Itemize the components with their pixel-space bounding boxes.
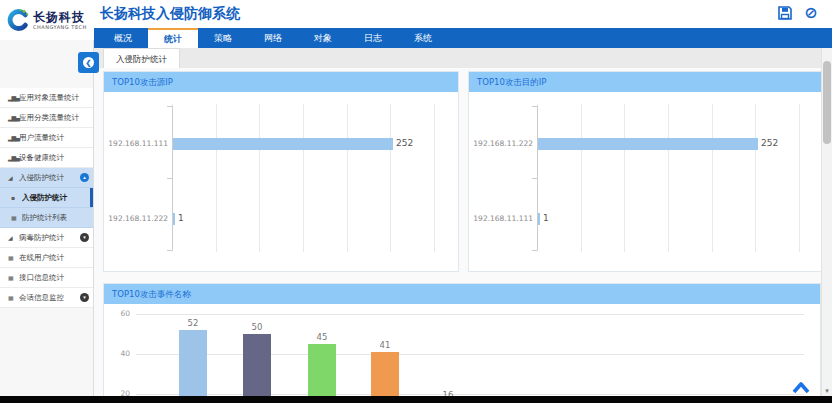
nav-tab-5[interactable]: 日志 — [348, 28, 398, 48]
chevron-up-icon — [792, 381, 810, 395]
nav-tab-1[interactable]: 统计 — [148, 28, 198, 48]
area-chart-icon: ◢ — [8, 234, 19, 241]
sidebar-item-label: 在线用户统计 — [19, 253, 89, 263]
bar — [173, 213, 175, 225]
card-title: TOP10攻击事件名称 — [104, 284, 820, 304]
sidebar-item-5[interactable]: ▪入侵防护统计 — [0, 188, 93, 208]
nav-tab-4[interactable]: 对象 — [298, 28, 348, 48]
gridline — [755, 104, 756, 252]
nav-tab-3[interactable]: 网络 — [248, 28, 298, 48]
bar-chart-icon: ▂▆▄ — [8, 114, 19, 121]
bar — [173, 138, 393, 150]
table-icon: ▦ — [8, 294, 19, 301]
gridline — [259, 104, 260, 252]
bar-chart-icon: ▂▆▄ — [8, 134, 19, 141]
main-content: TOP10攻击源IP 192.168.11.111252192.168.11.2… — [94, 68, 824, 396]
logo-text: 长扬科技 — [33, 11, 87, 23]
square-icon: ▪ — [11, 194, 22, 201]
y-axis — [172, 106, 173, 250]
hbar-chart-dest-ip: 192.168.11.222252192.168.11.1111 — [469, 92, 823, 271]
bottom-black-strip — [0, 396, 832, 403]
sidebar-item-10[interactable]: ▦会话信息监控▾ — [0, 288, 93, 308]
gridline — [390, 104, 391, 252]
axis-tick — [532, 178, 537, 179]
nav-tab-2[interactable]: 策略 — [198, 28, 248, 48]
value-label: 252 — [761, 138, 778, 148]
gridline — [581, 104, 582, 252]
scrollbar-down-arrow[interactable]: ▾ — [822, 387, 832, 395]
back-to-top-button[interactable] — [792, 380, 810, 394]
page-title: 长扬科技入侵防御系统 — [100, 5, 240, 23]
sidebar-item-8[interactable]: ▦在线用户统计 — [0, 248, 93, 268]
bar — [243, 334, 271, 396]
nav-tab-0[interactable]: 概况 — [98, 28, 148, 48]
vbar-chart-event-name: 6040205250454116 — [104, 304, 820, 396]
expand-circle-icon[interactable]: ▾ — [80, 293, 89, 302]
area-chart-icon: ◢ — [8, 174, 19, 181]
bar-chart-icon: ▂▆▄ — [8, 154, 19, 161]
value-label: 1 — [543, 213, 549, 223]
y-tick-label: 20 — [108, 389, 130, 396]
bar — [308, 344, 336, 396]
sidebar-item-label: 防护统计列表 — [22, 213, 89, 223]
card-title: TOP10攻击目的IP — [469, 72, 823, 92]
block-icon[interactable]: ⊘ — [802, 4, 820, 22]
sidebar-item-4[interactable]: ◢入侵防护统计▴ — [0, 168, 93, 188]
axis-tick — [167, 250, 172, 251]
main-nav: 概况统计策略网络对象日志系统 — [94, 28, 832, 48]
bar — [371, 352, 399, 396]
gridline — [347, 104, 348, 252]
value-label: 1 — [178, 213, 184, 223]
bar — [179, 330, 207, 396]
y-tick-label: 60 — [108, 309, 130, 318]
nav-tab-6[interactable]: 系统 — [398, 28, 448, 48]
sidebar-item-label: 入侵防护统计 — [22, 193, 89, 203]
subtab-intrusion-stats[interactable]: 入侵防护统计 — [103, 48, 180, 68]
card-top10-attack-source-ip: TOP10攻击源IP 192.168.11.111252192.168.11.2… — [103, 71, 459, 272]
sidebar-collapse-button[interactable]: ❮ — [78, 52, 99, 73]
subtab-strip: 入侵防护统计 — [94, 48, 821, 68]
sidebar: ▂▆▄应用对象流量统计▂▆▄应用分类流量统计▂▆▄用户流量统计▂▆▄设备健康统计… — [0, 40, 94, 396]
sidebar-item-0[interactable]: ▂▆▄应用对象流量统计 — [0, 88, 93, 108]
vertical-scrollbar[interactable]: ▾ — [821, 48, 832, 396]
scrollbar-thumb[interactable] — [823, 61, 831, 144]
gridline — [303, 104, 304, 252]
gridline — [712, 104, 713, 252]
sidebar-item-3[interactable]: ▂▆▄设备健康统计 — [0, 148, 93, 168]
gridline — [136, 394, 804, 395]
table-icon: ▦ — [8, 274, 19, 281]
axis-tick — [167, 178, 172, 179]
sidebar-item-label: 入侵防护统计 — [19, 173, 80, 183]
sidebar-item-1[interactable]: ▂▆▄应用分类流量统计 — [0, 108, 93, 128]
sidebar-item-6[interactable]: ▦防护统计列表 — [0, 208, 93, 228]
gridline — [434, 104, 435, 252]
table-icon: ▦ — [8, 254, 19, 261]
sidebar-item-label: 设备健康统计 — [19, 153, 89, 163]
sidebar-item-7[interactable]: ◢病毒防护统计▾ — [0, 228, 93, 248]
table-icon: ▦ — [11, 214, 22, 221]
y-tick-label: 40 — [108, 349, 130, 358]
sidebar-item-9[interactable]: ▦接口信息统计 — [0, 268, 93, 288]
axis-tick — [532, 106, 537, 107]
sidebar-item-label: 接口信息统计 — [19, 273, 89, 283]
gridline — [136, 314, 804, 315]
gridline — [799, 104, 800, 252]
value-label: 45 — [302, 332, 342, 342]
app-window: 长扬科技入侵防御系统 ⊘ — [0, 0, 832, 403]
value-label: 252 — [396, 138, 413, 148]
category-label: 192.168.11.111 — [469, 214, 533, 223]
expand-circle-icon[interactable]: ▾ — [80, 233, 89, 242]
chevron-left-circle-icon: ❮ — [83, 57, 94, 68]
category-label: 192.168.11.222 — [104, 214, 168, 223]
collapse-circle-icon[interactable]: ▴ — [80, 173, 89, 182]
axis-tick — [532, 250, 537, 251]
gridline — [216, 104, 217, 252]
sidebar-item-2[interactable]: ▂▆▄用户流量统计 — [0, 128, 93, 148]
brand-logo: 长扬科技 CHANGYANG TECH — [0, 0, 94, 40]
save-icon[interactable] — [776, 4, 794, 22]
gridline — [136, 354, 804, 355]
sidebar-item-label: 用户流量统计 — [19, 133, 89, 143]
axis-tick — [167, 106, 172, 107]
logo-c-icon — [6, 8, 30, 32]
logo-subtext: CHANGYANG TECH — [33, 25, 87, 30]
